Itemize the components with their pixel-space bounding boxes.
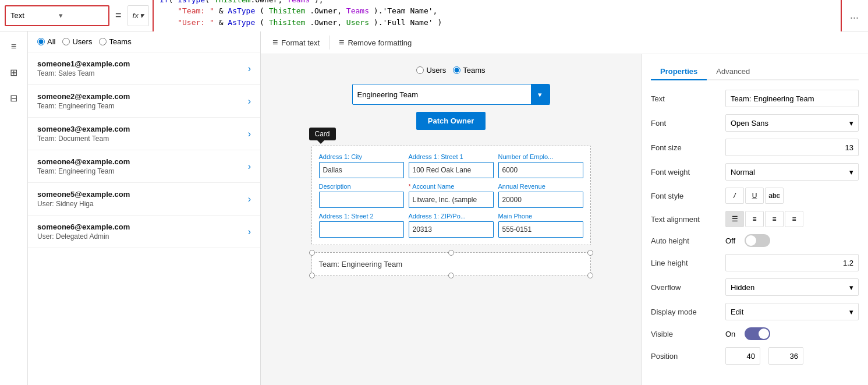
handle-tr[interactable] [587, 250, 593, 256]
text-align-prop-label: Text alignment [651, 215, 721, 224]
prop-row-auto-height: Auto height Off [651, 234, 859, 247]
font-prop-select[interactable]: Open Sans ▾ [725, 114, 859, 132]
handle-tl[interactable] [309, 250, 315, 256]
patch-owner-button[interactable]: Patch Owner [416, 112, 486, 130]
prop-row-text-align: Text alignment ☰ ≡ ≡ ≡ [651, 211, 859, 227]
form-field: Address 1: Street 1 [409, 153, 494, 178]
font-style-prop-label: Font style [651, 192, 721, 200]
formula-var-dropdown[interactable]: Text ▾ [5, 5, 109, 26]
form-field-input[interactable] [498, 192, 583, 208]
auto-height-prop-label: Auto height [651, 236, 721, 245]
form-field: Address 1: Street 2 [319, 213, 404, 238]
form-field-input[interactable] [319, 221, 404, 238]
auto-height-off-label: Off [725, 236, 735, 245]
formula-more-btn[interactable]: ... [845, 9, 863, 22]
fx-button[interactable]: fx ▾ [127, 5, 149, 26]
form-field: Number of Emplo... [498, 153, 583, 178]
alignment-group: ☰ ≡ ≡ ≡ [725, 211, 803, 227]
left-sidebar: ≡ ⊞ ⊟ [0, 31, 28, 385]
font-size-prop-label: Font size [651, 143, 721, 152]
toolbar-divider [329, 36, 330, 50]
list-item[interactable]: someone3@example.com Team: Document Team… [28, 118, 260, 150]
display-mode-select-chevron: ▾ [849, 308, 853, 316]
form-field: Account Name [409, 183, 494, 208]
align-right-button[interactable]: ≡ [765, 211, 784, 227]
position-prop-label: Position [651, 352, 721, 361]
align-center-button[interactable]: ≡ [745, 211, 764, 227]
display-mode-prop-select[interactable]: Edit ▾ [725, 303, 859, 320]
prop-row-display-mode: Display mode Edit ▾ [651, 303, 859, 320]
line-height-prop-label: Line height [651, 259, 721, 267]
position-y-input[interactable] [768, 347, 803, 365]
font-weight-select-chevron: ▾ [849, 168, 853, 176]
right-panel: Properties Advanced Text Font Open Sans … [641, 54, 868, 385]
font-prop-label: Font [651, 119, 721, 128]
list-item[interactable]: someone5@example.com User: Sidney Higa › [28, 183, 260, 216]
italic-button[interactable]: / [725, 188, 744, 204]
handle-br[interactable] [587, 273, 593, 278]
list-item[interactable]: someone4@example.com Team: Engineering T… [28, 150, 260, 183]
font-select-chevron: ▾ [849, 119, 853, 128]
overflow-prop-select[interactable]: Hidden ▾ [725, 278, 859, 296]
owner-selector: Users Teams [416, 66, 485, 75]
prop-row-font-weight: Font weight Normal ▾ [651, 163, 859, 181]
list-item[interactable]: someone6@example.com User: Delegated Adm… [28, 216, 260, 248]
card-tooltip-box: Card [309, 128, 336, 140]
handle-bm[interactable] [448, 273, 454, 278]
list-item[interactable]: someone1@example.com Team: Sales Team › [28, 52, 260, 85]
text-label-card[interactable]: Team: Engineering Team [311, 252, 591, 276]
line-height-prop-input[interactable] [725, 254, 859, 271]
form-field-input[interactable] [319, 162, 404, 178]
remove-formatting-button[interactable]: ≡ Remove formatting [332, 34, 419, 51]
sidebar-icon-layers[interactable]: ⊞ [3, 62, 24, 83]
formula-var-label: Text [10, 11, 55, 20]
form-field-input[interactable] [498, 162, 583, 178]
format-text-button[interactable]: ≡ Format text [265, 34, 327, 51]
sidebar-icon-components[interactable]: ⊟ [3, 87, 24, 108]
prop-row-font: Font Open Sans ▾ [651, 114, 859, 132]
right-panel-tabs: Properties Advanced [651, 63, 859, 80]
handle-tm[interactable] [448, 250, 454, 256]
overflow-select-chevron: ▾ [849, 283, 853, 292]
format-text-icon: ≡ [272, 37, 278, 48]
prop-row-font-style: Font style / U abc [651, 188, 859, 204]
align-justify-button[interactable]: ≡ [785, 211, 803, 227]
form-field-input[interactable] [319, 192, 404, 208]
form-field: Annual Revenue [498, 183, 583, 208]
form-field-input[interactable] [409, 221, 494, 238]
align-left-button[interactable]: ☰ [725, 211, 744, 227]
center-content: Users Teams Engineering Team ▾ Patch Own… [261, 54, 641, 385]
tab-advanced[interactable]: Advanced [707, 63, 759, 80]
owner-dropdown[interactable]: Engineering Team ▾ [352, 84, 550, 105]
prop-row-overflow: Overflow Hidden ▾ [651, 278, 859, 296]
form-field: Address 1: City [319, 153, 404, 178]
auto-height-toggle[interactable] [745, 234, 770, 247]
visible-on-label: On [725, 330, 735, 338]
font-weight-prop-select[interactable]: Normal ▾ [725, 163, 859, 181]
filter-all[interactable]: All [37, 37, 55, 46]
text-prop-input[interactable] [725, 90, 859, 107]
owner-teams-radio[interactable]: Teams [453, 66, 485, 75]
sidebar-icon-menu[interactable]: ≡ [3, 36, 24, 57]
form-grid: Address 1: City Address 1: Street 1 Numb… [319, 153, 583, 238]
list-item[interactable]: someone2@example.com Team: Engineering T… [28, 85, 260, 118]
font-size-prop-input[interactable] [725, 139, 859, 156]
position-x-input[interactable] [725, 347, 760, 365]
handle-bl[interactable] [309, 273, 315, 278]
list-item-chevron: › [248, 63, 251, 74]
main-content: All Users Teams someone1@example.com Tea… [28, 31, 868, 385]
list-item-chevron: › [248, 161, 251, 172]
list-items: someone1@example.com Team: Sales Team › … [28, 52, 260, 385]
form-field-input[interactable] [409, 192, 494, 208]
strikethrough-button[interactable]: abc [765, 188, 784, 204]
filter-users[interactable]: Users [62, 37, 92, 46]
form-field-input[interactable] [409, 162, 494, 178]
form-field-input[interactable] [498, 221, 583, 238]
list-item-chevron: › [248, 96, 251, 107]
list-item-chevron: › [248, 194, 251, 204]
underline-button[interactable]: U [745, 188, 764, 204]
tab-properties[interactable]: Properties [651, 63, 707, 80]
filter-teams[interactable]: Teams [99, 37, 131, 46]
owner-users-radio[interactable]: Users [416, 66, 446, 75]
visible-toggle[interactable] [745, 327, 770, 340]
